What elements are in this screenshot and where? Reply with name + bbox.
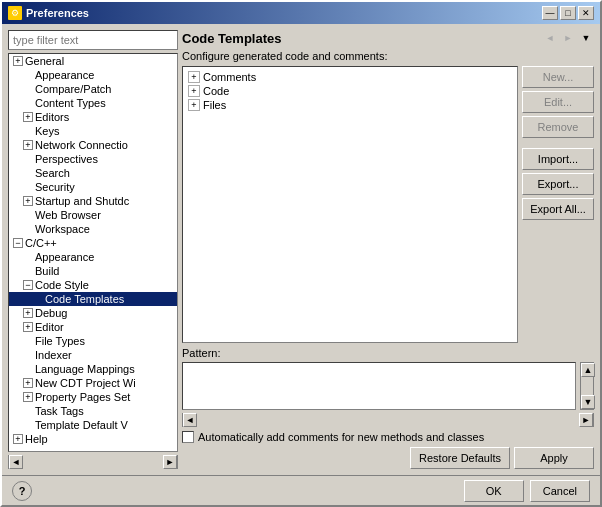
- tree-item-help[interactable]: + Help: [9, 432, 177, 446]
- nav-back-button[interactable]: ◄: [542, 30, 558, 46]
- pattern-scroll-left[interactable]: ◄: [183, 413, 197, 427]
- tree-item-cpp-build[interactable]: Build: [9, 264, 177, 278]
- tree-label-workspace: Workspace: [35, 223, 90, 235]
- tree-item-perspectives[interactable]: Perspectives: [9, 152, 177, 166]
- nav-forward-button[interactable]: ►: [560, 30, 576, 46]
- template-label-comments: Comments: [203, 71, 256, 83]
- remove-button[interactable]: Remove: [522, 116, 594, 138]
- tree-item-search[interactable]: Search: [9, 166, 177, 180]
- pattern-h-scroll-track[interactable]: [197, 413, 579, 427]
- tree-item-keys[interactable]: Keys: [9, 124, 177, 138]
- tree-item-language-mappings[interactable]: Language Mappings: [9, 362, 177, 376]
- scroll-left-arrow[interactable]: ◄: [9, 455, 23, 469]
- nav-dropdown-button[interactable]: ▼: [578, 30, 594, 46]
- tree-item-editors[interactable]: + Editors: [9, 110, 177, 124]
- ok-button[interactable]: OK: [464, 480, 524, 502]
- tree-item-code-templates[interactable]: Code Templates: [9, 292, 177, 306]
- pattern-area: ▲ ▼: [182, 362, 594, 410]
- export-button[interactable]: Export...: [522, 173, 594, 195]
- pattern-scrollbar-track[interactable]: [581, 377, 593, 395]
- help-button[interactable]: ?: [12, 481, 32, 501]
- tree-item-debug[interactable]: + Debug: [9, 306, 177, 320]
- tree-item-property-pages[interactable]: + Property Pages Set: [9, 390, 177, 404]
- footer-ok-cancel: OK Cancel: [464, 480, 590, 502]
- preferences-window: ⚙ Preferences — □ ✕ + General: [0, 0, 602, 507]
- restore-defaults-button[interactable]: Restore Defaults: [410, 447, 510, 469]
- bottom-buttons-row: Restore Defaults Apply: [182, 447, 594, 469]
- apply-button[interactable]: Apply: [514, 447, 594, 469]
- expand-icon-comments[interactable]: +: [188, 71, 200, 83]
- window-content: + General Appearance Compare/Patch Conte…: [2, 24, 600, 475]
- tree-item-template-default[interactable]: Template Default V: [9, 418, 177, 432]
- expand-icon-editors[interactable]: +: [23, 112, 33, 122]
- tree-item-file-types[interactable]: File Types: [9, 334, 177, 348]
- config-label: Configure generated code and comments:: [182, 50, 594, 62]
- tree-item-indexer[interactable]: Indexer: [9, 348, 177, 362]
- export-all-button[interactable]: Export All...: [522, 198, 594, 220]
- template-item-files[interactable]: + Files: [186, 98, 514, 112]
- tree-label-cpp-appearance: Appearance: [35, 251, 94, 263]
- expand-icon-code[interactable]: +: [188, 85, 200, 97]
- new-button[interactable]: New...: [522, 66, 594, 88]
- expand-icon-new-cdt[interactable]: +: [23, 378, 33, 388]
- pattern-scrollbar[interactable]: ▲ ▼: [580, 362, 594, 410]
- tree-item-cpp-appearance[interactable]: Appearance: [9, 250, 177, 264]
- tree-item-cpp[interactable]: − C/C++: [9, 236, 177, 250]
- expand-icon-property-pages[interactable]: +: [23, 392, 33, 402]
- expand-icon-startup[interactable]: +: [23, 196, 33, 206]
- import-button[interactable]: Import...: [522, 148, 594, 170]
- filter-input[interactable]: [8, 30, 178, 50]
- tree-item-security[interactable]: Security: [9, 180, 177, 194]
- tree-item-workspace[interactable]: Workspace: [9, 222, 177, 236]
- tree-item-editor[interactable]: + Editor: [9, 320, 177, 334]
- window-title: Preferences: [26, 7, 89, 19]
- window-icon: ⚙: [8, 6, 22, 20]
- tree-container[interactable]: + General Appearance Compare/Patch Conte…: [8, 53, 178, 452]
- expand-icon-files[interactable]: +: [188, 99, 200, 111]
- tree-item-web-browser[interactable]: Web Browser: [9, 208, 177, 222]
- tree-item-code-style[interactable]: − Code Style: [9, 278, 177, 292]
- expand-icon-cpp[interactable]: −: [13, 238, 23, 248]
- tree-label-network: Network Connectio: [35, 139, 128, 151]
- tree-item-task-tags[interactable]: Task Tags: [9, 404, 177, 418]
- expand-icon-code-style[interactable]: −: [23, 280, 33, 290]
- templates-list[interactable]: + Comments + Code + Files: [182, 66, 518, 343]
- tree-item-new-cdt[interactable]: + New CDT Project Wi: [9, 376, 177, 390]
- minimize-button[interactable]: —: [542, 6, 558, 20]
- tree-label-task-tags: Task Tags: [35, 405, 84, 417]
- tree-item-network[interactable]: + Network Connectio: [9, 138, 177, 152]
- close-button[interactable]: ✕: [578, 6, 594, 20]
- tree-item-compare-patch[interactable]: Compare/Patch: [9, 82, 177, 96]
- maximize-button[interactable]: □: [560, 6, 576, 20]
- expand-icon-general[interactable]: +: [13, 56, 23, 66]
- expand-icon-network[interactable]: +: [23, 140, 33, 150]
- pattern-section: Pattern: ▲ ▼ ◄ ►: [182, 347, 594, 427]
- pattern-scroll-right[interactable]: ►: [579, 413, 593, 427]
- auto-comment-checkbox[interactable]: [182, 431, 194, 443]
- expand-icon-help[interactable]: +: [13, 434, 23, 444]
- cancel-button[interactable]: Cancel: [530, 480, 590, 502]
- expand-icon-debug[interactable]: +: [23, 308, 33, 318]
- pattern-scroll-down[interactable]: ▼: [581, 395, 595, 409]
- tree-item-startup[interactable]: + Startup and Shutdc: [9, 194, 177, 208]
- tree-label-property-pages: Property Pages Set: [35, 391, 130, 403]
- footer: ? OK Cancel: [2, 475, 600, 505]
- h-scroll-track[interactable]: [23, 455, 163, 469]
- tree-item-appearance[interactable]: Appearance: [9, 68, 177, 82]
- auto-comment-label: Automatically add comments for new metho…: [198, 431, 484, 443]
- scroll-right-arrow[interactable]: ►: [163, 455, 177, 469]
- pattern-scroll-up[interactable]: ▲: [581, 363, 595, 377]
- tree-item-content-types[interactable]: Content Types: [9, 96, 177, 110]
- tree-horizontal-scrollbar[interactable]: ◄ ►: [8, 455, 178, 469]
- template-item-comments[interactable]: + Comments: [186, 70, 514, 84]
- tree-item-general[interactable]: + General: [9, 54, 177, 68]
- tree-label-language-mappings: Language Mappings: [35, 363, 135, 375]
- edit-button[interactable]: Edit...: [522, 91, 594, 113]
- tree-label-search: Search: [35, 167, 70, 179]
- tree-label-template-default: Template Default V: [35, 419, 128, 431]
- tree-label-editors: Editors: [35, 111, 69, 123]
- template-item-code[interactable]: + Code: [186, 84, 514, 98]
- expand-icon-editor[interactable]: +: [23, 322, 33, 332]
- pattern-text-area[interactable]: [182, 362, 576, 410]
- pattern-horizontal-scrollbar[interactable]: ◄ ►: [182, 413, 594, 427]
